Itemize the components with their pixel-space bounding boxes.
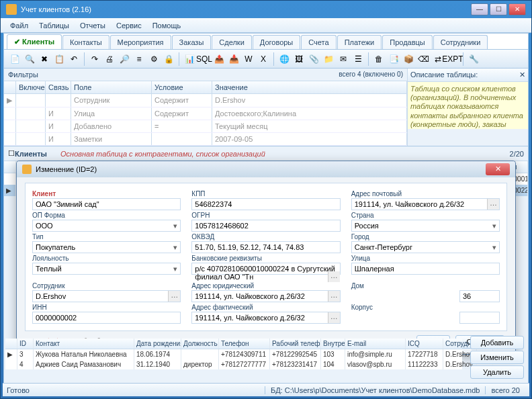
dialog-close-button[interactable]: ✕ [486, 163, 510, 175]
inn-label: ИНН [32, 304, 181, 311]
desc-close-icon[interactable]: ✕ [519, 71, 525, 79]
menu-file[interactable]: Файл [5, 19, 34, 32]
toolbar-btn-23[interactable]: 🗑 [372, 52, 386, 66]
toolbar-btn-24[interactable]: 📑 [387, 52, 400, 66]
toolbar-btn-7[interactable]: 🔎 [118, 52, 131, 66]
client-input[interactable]: ОАО "Зимний сад" [32, 198, 181, 210]
toolbar-btn-29[interactable]: 🔧 [467, 52, 480, 66]
minimize-button[interactable]: — [471, 3, 488, 15]
toolbar-btn-10[interactable]: 🔒 [162, 52, 175, 66]
app-icon [6, 4, 17, 15]
filters-label: Фильтры [8, 71, 38, 79]
delete-button[interactable]: Удалить [470, 365, 524, 379]
menu-help[interactable]: Помощь [147, 19, 187, 32]
table-row[interactable]: ▶3Жукова Наталья Николаевна18.06.1974+78… [5, 349, 462, 359]
dialog-icon [22, 165, 32, 174]
toolbar-btn-3[interactable]: 📋 [52, 52, 66, 66]
toolbar-btn-9[interactable]: ⚙ [147, 52, 161, 66]
addr-fact-label: Адрес фактический [191, 304, 340, 311]
toolbar-btn-21[interactable]: ✉ [337, 52, 350, 66]
toolbar-btn-25[interactable]: 📦 [402, 52, 415, 66]
tab-contacts[interactable]: Контакты [62, 35, 109, 49]
toolbar-btn-14[interactable]: 📥 [227, 52, 240, 66]
menubar: Файл Таблицы Отчеты Сервис Помощь [1, 18, 531, 33]
toolbar-btn-15[interactable]: W [242, 52, 255, 66]
filter-row[interactable]: ИДобавлено=Текущий месяц [4, 120, 407, 133]
edit-button[interactable]: Изменить [470, 351, 524, 364]
filter-row[interactable]: ▶СотрудникСодержитD.Ershov [4, 94, 407, 107]
inn-input[interactable]: 0000000002 [32, 312, 181, 324]
filter-row[interactable]: ИУлицаСодержитДостоевского;Калинина [4, 107, 407, 120]
addr-jur-label: Адрес юридический [191, 282, 340, 290]
kpp-input[interactable]: 546822374 [191, 198, 340, 210]
country-select[interactable]: Россия [351, 220, 500, 232]
toolbar-btn-12[interactable]: SQL [197, 52, 211, 66]
tab-invoices[interactable]: Счета [301, 35, 336, 49]
grid-title: Клиенты [15, 150, 47, 158]
tab-sellers[interactable]: Продавцы [382, 35, 433, 49]
tab-contracts[interactable]: Договоры [253, 35, 300, 49]
toolbar-btn-20[interactable]: 📁 [322, 52, 335, 66]
menu-reports[interactable]: Отчеты [75, 19, 111, 32]
close-button[interactable]: ✕ [508, 3, 526, 15]
table-row[interactable]: 4Аджиев Саид Рамазанович31.12.1940директ… [5, 359, 462, 369]
maximize-button[interactable]: ☐ [490, 3, 507, 15]
statusbar: Готово БД: C:\Users\p\Documents\Учет кли… [3, 383, 529, 396]
korpus-input[interactable] [459, 312, 500, 324]
toolbar-btn-26[interactable]: ⌫ [416, 52, 430, 66]
status-db: БД: C:\Users\p\Documents\Учет клиентов\D… [265, 386, 486, 394]
toolbar-btn-8[interactable]: ≡ [132, 52, 146, 66]
toolbar-btn-22[interactable]: ☰ [351, 52, 365, 66]
loyal-label: Лояльность [32, 255, 181, 262]
bank-input[interactable]: р/с 40702810600010000224 в Сургутский фи… [191, 263, 340, 275]
toolbar-btn-19[interactable]: 📎 [307, 52, 320, 66]
city-select[interactable]: Санкт-Петербург [351, 241, 500, 253]
toolbar-btn-1[interactable]: 🔍 [23, 52, 36, 66]
tab-deals[interactable]: Сделки [212, 35, 252, 49]
city-label: Город [351, 233, 500, 240]
street-input[interactable]: Шпалерная [351, 263, 500, 275]
menu-tables[interactable]: Таблицы [34, 19, 75, 32]
opf-label: ОП Форма [32, 212, 181, 219]
toolbar-btn-6[interactable]: 🖨 [103, 52, 116, 66]
toolbar-btn-2[interactable]: ✖ [38, 52, 51, 66]
toolbar-btn-11[interactable]: 📊 [183, 52, 196, 66]
status-ready: Готово [7, 386, 30, 394]
menu-service[interactable]: Сервис [111, 19, 147, 32]
house-input[interactable]: 36 [459, 290, 500, 302]
ogrn-input[interactable]: 1057812468602 [191, 220, 340, 232]
addr-fact-input[interactable]: 191114, ул. Чайковского д.26/32 [191, 312, 340, 324]
ogrn-label: ОГРН [191, 212, 340, 219]
toolbar-btn-16[interactable]: X [257, 52, 270, 66]
emp-input[interactable]: D.Ershov [32, 290, 181, 302]
tab-orders[interactable]: Заказы [172, 35, 212, 49]
tab-events[interactable]: Мероприятия [110, 35, 171, 49]
emp-label: Сотрудник [32, 282, 181, 290]
add-button[interactable]: Добавить [470, 336, 524, 349]
house-label: Дом [351, 282, 500, 290]
type-select[interactable]: Покупатель [32, 241, 181, 253]
toolbar-btn-13[interactable]: 📤 [212, 52, 226, 66]
toolbar-btn-17[interactable]: 🌐 [277, 52, 291, 66]
filter-row[interactable]: ИЗаметки2007-09-05 [4, 133, 407, 146]
opf-select[interactable]: ООО [32, 220, 181, 232]
kpp-label: КПП [191, 190, 340, 197]
tab-employees[interactable]: Сотрудники [433, 35, 488, 49]
okved-input[interactable]: 51.70, 51.19, 52.12, 74.14, 74.83 [191, 241, 340, 253]
tab-payments[interactable]: Платежи [337, 35, 382, 49]
toolbar-btn-0[interactable]: 📄 [8, 52, 21, 66]
loyal-select[interactable]: Теплый [32, 263, 181, 275]
addr-jur-input[interactable]: 191114, ул. Чайковского д.26/32 [191, 290, 340, 302]
addr-post-input[interactable]: 191114, ул. Чайковского д.26/32 [351, 198, 500, 210]
toolbar-btn-18[interactable]: 🖼 [292, 52, 306, 66]
toolbar: 📄🔍✖📋↶↷🖨🔎≡⚙🔒📊SQL📤📥WX🌐🖼📎📁✉☰🗑📑📦⌫⇄EXPT🔧 [4, 50, 528, 69]
addr-post-label: Адрес почтовый [351, 190, 500, 197]
toolbar-btn-28[interactable]: EXPT [446, 52, 459, 66]
toolbar-btn-4[interactable]: ↶ [67, 52, 81, 66]
country-label: Страна [351, 212, 500, 219]
desc-label: Описание таблицы: [410, 71, 478, 79]
toolbar-btn-5[interactable]: ↷ [88, 52, 101, 66]
bank-label: Банковские реквизиты [191, 255, 340, 262]
tab-clients[interactable]: Клиенты [7, 34, 62, 49]
filters-summary: всего 4 (включено 0) [339, 71, 403, 79]
